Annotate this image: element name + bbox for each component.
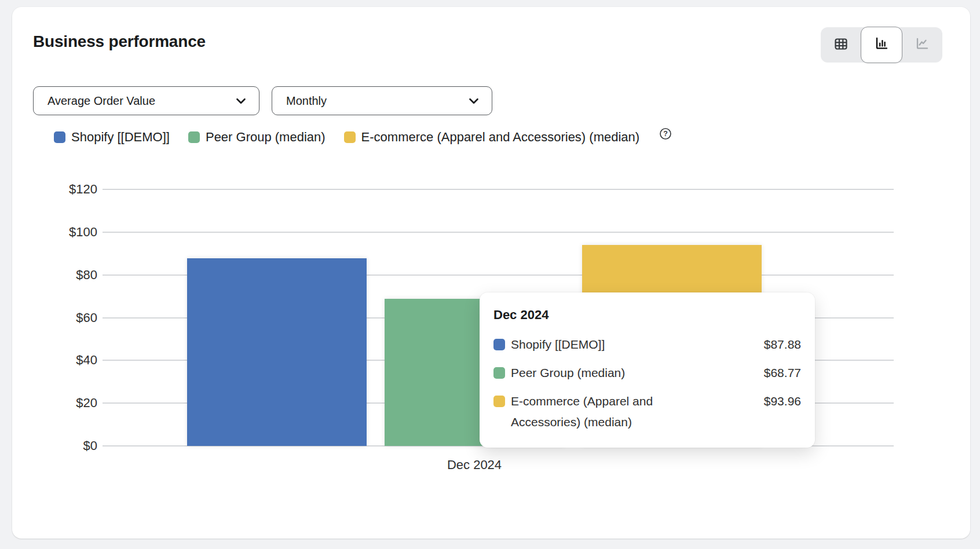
series-swatch [493, 396, 505, 407]
view-bar-chart-button[interactable] [861, 27, 902, 63]
metric-select-value: Average Order Value [47, 94, 155, 108]
series-swatch [54, 131, 65, 143]
legend-item-label: E-commerce (Apparel and Accessories) (me… [361, 130, 640, 145]
chevron-down-icon [466, 93, 481, 108]
legend-item-shopify-demo: Shopify [[DEMO]] [54, 130, 170, 145]
view-table-button[interactable] [821, 27, 861, 63]
legend-item-label: Shopify [[DEMO]] [71, 130, 170, 145]
legend-item-e-commerce-apparel-and-accessories-median: E-commerce (Apparel and Accessories) (me… [344, 130, 640, 145]
tooltip-title: Dec 2024 [493, 308, 801, 323]
chart-tooltip: Dec 2024 Shopify [[DEMO]]$87.88Peer Grou… [480, 292, 815, 448]
gridline [103, 189, 894, 190]
line-chart-icon [914, 36, 930, 54]
x-axis-tick-label: Dec 2024 [416, 458, 532, 473]
tooltip-row-value: $93.96 [755, 391, 801, 412]
tooltip-row-value: $87.88 [755, 334, 801, 355]
y-axis-tick-label: $80 [12, 267, 97, 283]
chart-legend: Shopify [[DEMO]]Peer Group (median)E-com… [54, 130, 672, 145]
business-performance-card: Business performance [12, 7, 970, 539]
y-axis-tick-label: $20 [12, 395, 97, 411]
tooltip-row-label: Shopify [[DEMO]] [511, 334, 605, 355]
y-axis-tick-label: $40 [12, 352, 97, 368]
y-axis-tick-label: $60 [12, 310, 97, 326]
y-axis-tick-label: $100 [12, 224, 97, 240]
tooltip-row-value: $68.77 [755, 363, 801, 383]
y-axis-tick-label: $0 [12, 438, 97, 454]
page-title: Business performance [33, 31, 206, 52]
y-axis-tick-label: $120 [12, 181, 97, 197]
tooltip-row: Peer Group (median)$68.77 [493, 363, 801, 383]
chevron-down-icon [233, 93, 248, 108]
metric-select[interactable]: Average Order Value [33, 86, 259, 115]
series-swatch [344, 131, 356, 143]
gridline [103, 232, 894, 233]
svg-text:?: ? [663, 130, 668, 138]
bar-chart-icon [873, 36, 890, 54]
tooltip-row: E-commerce (Apparel and Accessories) (me… [493, 391, 801, 433]
legend-item-label: Peer Group (median) [206, 130, 326, 145]
tooltip-row: Shopify [[DEMO]]$87.88 [493, 334, 801, 355]
series-swatch [493, 339, 505, 350]
bar-shopify-demo[interactable] [187, 258, 367, 446]
table-icon [833, 36, 849, 54]
granularity-select[interactable]: Monthly [272, 86, 492, 115]
view-line-chart-button[interactable] [902, 27, 942, 63]
tooltip-row-label: Peer Group (median) [511, 363, 625, 383]
granularity-select-value: Monthly [286, 94, 327, 108]
series-swatch [493, 367, 505, 379]
series-swatch [188, 131, 200, 143]
tooltip-row-label: E-commerce (Apparel and Accessories) (me… [511, 391, 708, 433]
help-icon[interactable]: ? [659, 127, 672, 140]
legend-item-peer-group-median: Peer Group (median) [188, 130, 326, 145]
view-toggle-group [821, 27, 942, 63]
